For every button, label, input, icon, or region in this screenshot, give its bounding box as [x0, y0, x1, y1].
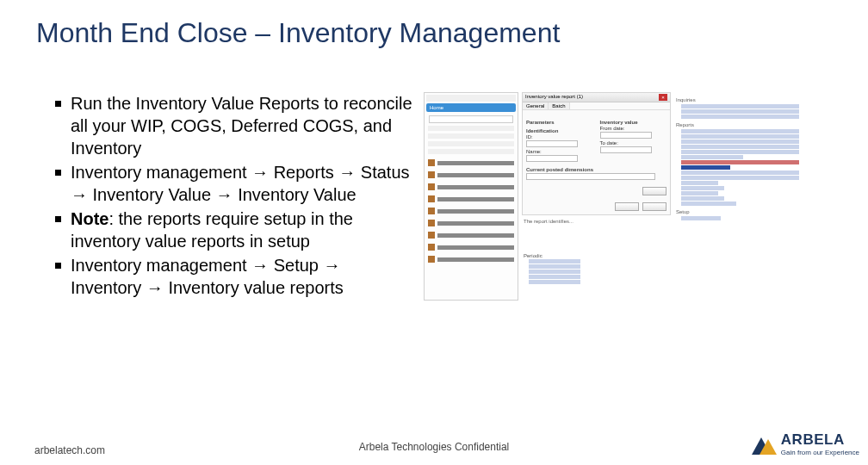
- logo-text: ARBELA Gain from our Experience: [781, 431, 859, 456]
- nav-label: [437, 233, 514, 238]
- folder-icon: [428, 171, 435, 178]
- footer-confidential: Arbela Technologies Confidential: [359, 441, 510, 453]
- input-from-date[interactable]: [600, 132, 652, 139]
- nav-label: [437, 185, 514, 189]
- inquiry-link[interactable]: [681, 109, 799, 114]
- report-link-selected[interactable]: [681, 165, 730, 170]
- cancel-button[interactable]: [642, 202, 666, 211]
- logo-tagline: Gain from our Experience: [781, 449, 859, 456]
- label-id: ID:: [526, 134, 593, 140]
- nav-label: [437, 173, 514, 177]
- report-link[interactable]: [681, 150, 799, 154]
- nav-module: [428, 232, 514, 239]
- report-link[interactable]: [681, 145, 799, 149]
- folder-icon: [428, 183, 435, 190]
- inquiry-link[interactable]: [681, 115, 799, 119]
- nav-label: [437, 257, 514, 262]
- nav-pane: Home: [424, 92, 518, 301]
- folder-icon: [428, 232, 435, 239]
- bullet-list: Run the Inventory Value Reports to recon…: [52, 92, 413, 301]
- company-logo: ARBELA Gain from our Experience: [752, 431, 859, 456]
- dialog-description: The report identifies...: [520, 215, 671, 227]
- report-link[interactable]: [681, 134, 799, 139]
- periodic-section: Periodic: [520, 253, 671, 284]
- dialog-titlebar: Inventory value report (1) ×: [523, 93, 670, 102]
- select-button[interactable]: [642, 187, 666, 195]
- report-link[interactable]: [681, 129, 799, 133]
- folder-icon: [428, 244, 435, 251]
- label-to-date: To date:: [600, 140, 667, 146]
- nav-label: [437, 221, 514, 226]
- report-link[interactable]: [681, 181, 718, 185]
- report-link[interactable]: [681, 155, 743, 159]
- periodic-link[interactable]: [529, 275, 580, 279]
- nav-module: [428, 220, 514, 226]
- setup-link[interactable]: [681, 216, 721, 220]
- nav-module: [428, 208, 514, 214]
- report-link[interactable]: [681, 196, 724, 201]
- periodic-link[interactable]: [529, 280, 580, 284]
- folder-icon: [428, 208, 435, 214]
- dialog-title-text: Inventory value report (1): [525, 94, 583, 101]
- tab-batch[interactable]: Batch: [549, 102, 569, 109]
- report-link[interactable]: [681, 186, 724, 190]
- note-text: : the reports require setup in the inven…: [71, 209, 353, 251]
- folder-icon: [428, 195, 435, 202]
- folder-icon: [428, 256, 435, 263]
- report-link-highlighted[interactable]: [681, 160, 799, 164]
- nav-module: [428, 159, 514, 166]
- input-id[interactable]: [526, 140, 578, 147]
- report-link[interactable]: [681, 191, 718, 195]
- inquiries-header: Inquiries: [676, 97, 799, 102]
- filter-box: [429, 115, 513, 123]
- report-link[interactable]: [681, 176, 799, 180]
- link-pane: Inquiries Reports Setup: [671, 92, 804, 301]
- nav-label: [437, 161, 514, 165]
- input-name[interactable]: [526, 155, 578, 162]
- address-bar: Home: [426, 103, 516, 112]
- bullet-item: Inventory management → Reports → Status …: [52, 161, 413, 206]
- slide-footer: arbelatech.com Arbela Technologies Confi…: [0, 431, 868, 456]
- note-label: Note: [71, 209, 108, 228]
- bullet-item: Note: the reports require setup in the i…: [52, 208, 413, 252]
- logo-icon: [752, 434, 776, 455]
- inquiry-link[interactable]: [681, 104, 799, 108]
- ok-button[interactable]: [615, 202, 639, 211]
- periodic-link[interactable]: [529, 270, 580, 274]
- section-inventory-value: Inventory value: [600, 120, 667, 125]
- tab-general[interactable]: General: [523, 102, 549, 109]
- close-icon[interactable]: ×: [659, 94, 667, 101]
- bullet-item: Inventory management → Setup → Inventory…: [52, 254, 413, 299]
- dialog-body: Parameters Identification ID: Name: Inve…: [523, 110, 670, 214]
- folder-icon: [428, 220, 435, 226]
- bullet-item: Run the Inventory Value Reports to recon…: [52, 92, 413, 159]
- nav-label: [437, 209, 514, 214]
- section-identification: Identification: [526, 128, 593, 133]
- section-cpd: Current posted dimensions: [526, 167, 666, 172]
- reports-header: Reports: [676, 122, 799, 127]
- nav-module: [428, 171, 514, 178]
- nav-module: [428, 244, 514, 251]
- screenshot-figure: Home Inventory value report (1) ×: [413, 92, 859, 301]
- logo-name: ARBELA: [781, 431, 859, 449]
- nav-item: [428, 126, 514, 131]
- periodic-link[interactable]: [529, 259, 580, 264]
- report-link[interactable]: [681, 140, 799, 144]
- input-dimensions[interactable]: [526, 173, 655, 180]
- window-controls: [426, 95, 516, 102]
- slide-content: Run the Inventory Value Reports to recon…: [0, 49, 868, 301]
- report-link[interactable]: [681, 170, 799, 175]
- nav-module: [428, 256, 514, 263]
- section-parameters: Parameters: [526, 120, 593, 125]
- label-name: Name:: [526, 149, 593, 154]
- nav-item: [428, 149, 514, 154]
- periodic-link[interactable]: [529, 264, 580, 269]
- nav-label: [437, 245, 514, 250]
- nav-item: [428, 141, 514, 146]
- slide-title: Month End Close – Inventory Management: [0, 0, 868, 49]
- nav-item: [428, 133, 514, 139]
- report-link[interactable]: [681, 202, 736, 206]
- periodic-header: Periodic: [524, 253, 671, 258]
- input-to-date[interactable]: [600, 146, 652, 153]
- nav-label: [437, 197, 514, 202]
